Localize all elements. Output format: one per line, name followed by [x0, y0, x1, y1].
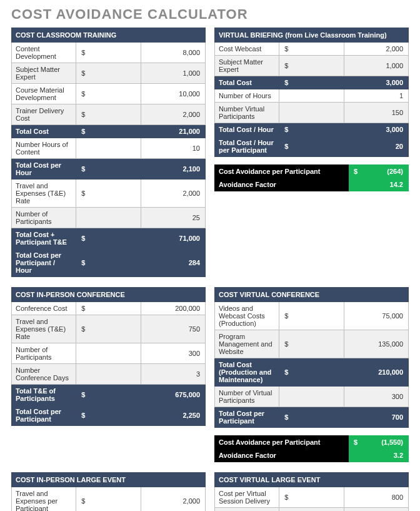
row-currency: $ [76, 159, 141, 180]
row-value: 1 [344, 89, 408, 103]
table-row: Total Cost + Participant T&E$71,000 [12, 228, 206, 249]
row-label: Number Virtual Participants [215, 103, 279, 123]
row-value: 1,000 [344, 56, 408, 76]
row-label: Total Cost per Hour [12, 159, 76, 180]
factor-value: 14.2 [349, 178, 409, 191]
row-label: Total Cost per Participant [215, 407, 279, 428]
row-label: Course Material Development [12, 84, 76, 104]
row-currency: $ [76, 249, 141, 277]
table-row: Cost Webcast$2,000 [215, 43, 409, 56]
row-label: Total Cost / Hour [215, 123, 279, 136]
factor-row: Avoidance Factor14.2 [215, 178, 409, 191]
row-label: Number of Participants [12, 208, 76, 228]
row-value: 2,100 [141, 159, 205, 180]
table-row: Total Cost per Hour$2,100 [12, 159, 206, 180]
row-value: 21,000 [141, 125, 205, 138]
row-value: 200,000 [141, 302, 205, 315]
row-label: Total Cost [12, 125, 76, 138]
row-currency: $ [76, 228, 141, 249]
row-currency: $ [76, 385, 141, 405]
row-value: 200 [344, 508, 408, 512]
right-column: VIRTUAL BRIEFING (from Live Classroom Tr… [214, 28, 409, 191]
row-currency: $ [279, 56, 344, 76]
left-column: COST CLASSROOM TRAININGContent Developme… [11, 28, 206, 277]
row-currency [279, 387, 344, 407]
section: COST CLASSROOM TRAININGContent Developme… [11, 28, 409, 277]
left-table: COST CLASSROOM TRAININGContent Developme… [11, 28, 206, 277]
table-row: Number of Hours1 [215, 89, 409, 103]
table-row: Content Development$8,000 [12, 43, 206, 63]
table-row: Total T&E of Participants$675,000 [12, 385, 206, 405]
table-row: Total Cost$3,000 [215, 76, 409, 89]
right-table: VIRTUAL BRIEFING (from Live Classroom Tr… [214, 28, 409, 157]
row-value: 800 [344, 487, 408, 508]
avoidance-row: Cost Avoidance per Participant$(264) [215, 165, 409, 178]
row-value: 300 [141, 343, 205, 364]
table-row: Total Cost$21,000 [12, 125, 206, 138]
right-column: COST VIRTUAL LARGE EVENTCost per Virtual… [214, 472, 409, 511]
row-value: 150 [344, 103, 408, 123]
avoidance-label: Cost Avoidance per Participant [215, 165, 349, 178]
row-currency [76, 208, 141, 228]
row-currency: $ [76, 84, 141, 104]
row-label: Number Conference Days [12, 364, 76, 385]
row-currency: $ [76, 405, 141, 426]
table-row: Number Virtual Participants150 [215, 103, 409, 123]
row-value: 8,000 [141, 43, 205, 63]
avoidance-label: Cost Avoidance per Participant [215, 436, 349, 449]
row-label: Number of Participants [12, 343, 76, 364]
row-label: Total Cost / Hour per Participant [215, 136, 279, 157]
row-value: 10 [141, 138, 205, 159]
table-row: Number of Participants25 [12, 208, 206, 228]
table-row: Number Conference Days3 [12, 364, 206, 385]
row-value: 20 [344, 136, 408, 157]
table-header: COST IN-PERSON LARGE EVENT [12, 473, 206, 487]
row-label: Travel and Expenses (T&E) Rate [12, 180, 76, 208]
row-currency: $ [76, 487, 141, 512]
row-value: 2,250 [141, 405, 205, 426]
table-header: COST VIRTUAL LARGE EVENT [215, 473, 409, 487]
row-label: Number Hours of Content [12, 138, 76, 159]
right-table: COST VIRTUAL CONFERENCEVideos and Webcas… [214, 287, 409, 428]
row-currency: $ [76, 180, 141, 208]
row-value: 71,000 [141, 228, 205, 249]
row-currency: $ [279, 136, 344, 157]
row-label: Cost Webcast [215, 43, 279, 56]
avoidance-value: (264) [366, 165, 409, 178]
factor-label: Avoidance Factor [215, 178, 349, 191]
table-row: Travel and Expenses (T&E) Rate$750 [12, 315, 206, 343]
table-row: Number of Participants300 [12, 343, 206, 364]
factor-value: 3.2 [349, 449, 409, 462]
row-label: Trainer Delivery Cost [12, 104, 76, 125]
row-currency: $ [76, 125, 141, 138]
row-label: Travel and Expenses per Participant [12, 487, 76, 512]
row-value: 135,000 [344, 330, 408, 358]
row-value: 25 [141, 208, 205, 228]
row-value: 2,000 [141, 104, 205, 125]
row-label: Videos and Webcast Costs (Production) [215, 302, 279, 330]
table-row: Subject Matter Expert$1,000 [12, 63, 206, 84]
left-column: COST IN-PERSON CONFERENCEConference Cost… [11, 287, 206, 426]
row-value: 210,000 [344, 358, 408, 387]
row-currency: $ [279, 358, 344, 387]
row-value: 750 [141, 315, 205, 343]
row-value: 10,000 [141, 84, 205, 104]
table-row: Cost per Virtual Session Delivery$800 [215, 487, 409, 508]
row-currency: $ [76, 302, 141, 315]
row-label: Subject Matter Expert [12, 63, 76, 84]
row-label: Travel and Expenses (T&E) Rate [12, 315, 76, 343]
table-row: Program Management and Website$135,000 [215, 330, 409, 358]
avoidance-currency: $ [349, 165, 366, 178]
table-row: Trainer Delivery Cost$2,000 [12, 104, 206, 125]
row-value: 3,000 [344, 76, 408, 89]
row-currency [76, 138, 141, 159]
table-row: Number of Virtual Sessions200 [215, 508, 409, 512]
row-label: Total Cost + Participant T&E [12, 228, 76, 249]
row-label: Cost per Virtual Session Delivery [215, 487, 279, 508]
factor-label: Avoidance Factor [215, 449, 349, 462]
table-header: VIRTUAL BRIEFING (from Live Classroom Tr… [215, 28, 409, 43]
table-header: COST CLASSROOM TRAINING [12, 28, 206, 43]
row-currency [279, 508, 344, 512]
section: COST IN-PERSON LARGE EVENTTravel and Exp… [11, 472, 409, 511]
table-row: Number of Virtual Participants300 [215, 387, 409, 407]
